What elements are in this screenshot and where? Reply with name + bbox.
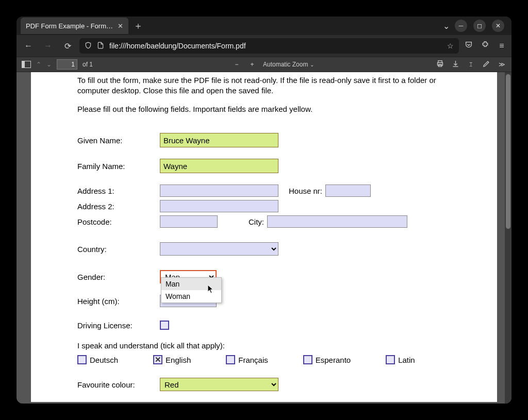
page-up-icon[interactable]: ⌃ <box>36 61 41 68</box>
lang-esperanto-checkbox[interactable] <box>303 355 312 364</box>
family-name-field[interactable] <box>160 159 278 173</box>
postcode-field[interactable] <box>160 215 218 228</box>
vertical-scrollbar[interactable] <box>505 72 512 404</box>
country-select[interactable] <box>160 242 278 256</box>
maximize-button[interactable]: ◻ <box>473 20 486 32</box>
scrollbar-thumb[interactable] <box>506 74 510 229</box>
address2-field[interactable] <box>160 200 278 212</box>
lang-latin-checkbox[interactable] <box>386 355 395 364</box>
back-button[interactable]: ← <box>21 38 36 54</box>
print-icon[interactable] <box>435 60 444 69</box>
toolbar-right-icons: ≡ <box>463 41 507 51</box>
house-nr-field[interactable] <box>325 184 371 197</box>
browser-tab[interactable]: PDF Form Example - Form.pd ✕ <box>21 18 128 34</box>
zoom-select-label: Automatic Zoom <box>263 61 308 68</box>
address1-field[interactable] <box>160 184 278 197</box>
languages-heading: I speak and understand (tick all that ap… <box>77 341 451 350</box>
sidebar-toggle-icon[interactable] <box>22 61 31 68</box>
close-tab-icon[interactable]: ✕ <box>118 22 123 30</box>
driving-license-checkbox[interactable] <box>160 321 169 330</box>
address2-label: Address 2: <box>77 202 160 211</box>
driving-license-label: Driving License: <box>77 321 160 330</box>
menu-icon[interactable]: ≡ <box>496 41 507 51</box>
languages-row: Deutsch ✕ English Français Esperanto Lat… <box>77 355 451 364</box>
chevron-down-icon: ⌄ <box>310 62 314 68</box>
shield-icon <box>85 42 92 51</box>
pocket-icon[interactable] <box>463 41 474 51</box>
lang-english-label: English <box>166 356 191 364</box>
cursor-icon <box>207 284 214 294</box>
pdf-page: To fill out the form, make sure the PDF … <box>31 72 497 402</box>
bookmark-star-icon[interactable]: ☆ <box>447 42 454 50</box>
lang-latin-label: Latin <box>398 356 415 364</box>
instruction-2: Please fill out the following fields. Im… <box>77 105 451 113</box>
reload-button[interactable]: ⟳ <box>60 38 75 54</box>
given-name-field[interactable] <box>160 133 278 147</box>
lang-francais-label: Français <box>238 356 268 364</box>
lang-esperanto-label: Esperanto <box>316 356 351 364</box>
close-window-button[interactable]: ✕ <box>492 20 504 32</box>
file-icon <box>97 42 104 51</box>
navigation-toolbar: ← → ⟳ file:///home/baeldung/Documents/Fo… <box>16 35 512 57</box>
given-name-label: Given Name: <box>77 136 160 145</box>
page-of-label: of 1 <box>82 61 93 68</box>
tab-bar: PDF Form Example - Form.pd ✕ ＋ ⌄ ─ ◻ ✕ <box>16 16 512 35</box>
favourite-colour-select[interactable]: Red <box>160 378 278 391</box>
postcode-label: Postcode: <box>77 217 160 226</box>
city-label: City: <box>249 217 264 226</box>
page-number-input[interactable] <box>57 59 77 70</box>
pdf-viewport: To fill out the form, make sure the PDF … <box>16 72 512 404</box>
gender-label: Gender: <box>77 273 160 281</box>
url-text: file:///home/baeldung/Documents/Form.pdf <box>109 42 246 50</box>
forward-button[interactable]: → <box>40 38 56 54</box>
download-icon[interactable] <box>451 60 460 69</box>
country-label: Country: <box>77 245 160 254</box>
zoom-in-button[interactable]: + <box>248 61 257 68</box>
address-bar[interactable]: file:///home/baeldung/Documents/Form.pdf… <box>79 38 459 54</box>
draw-tool-icon[interactable] <box>482 60 491 69</box>
browser-window: PDF Form Example - Form.pd ✕ ＋ ⌄ ─ ◻ ✕ ←… <box>16 16 512 404</box>
page-down-icon[interactable]: ⌄ <box>46 61 52 68</box>
window-controls: ─ ◻ ✕ <box>455 20 507 32</box>
city-field[interactable] <box>267 215 407 228</box>
house-nr-label: House nr: <box>289 187 322 195</box>
more-tabs-chevron-icon[interactable]: ⌄ <box>438 21 455 31</box>
lang-deutsch-checkbox[interactable] <box>77 355 87 364</box>
lang-english-checkbox[interactable]: ✕ <box>153 355 162 364</box>
zoom-select[interactable]: Automatic Zoom ⌄ <box>263 61 314 68</box>
lang-deutsch-label: Deutsch <box>90 356 118 364</box>
favourite-colour-label: Favourite colour: <box>77 380 160 389</box>
more-tools-icon[interactable]: ≫ <box>497 61 506 68</box>
instruction-1: To fill out the form, make sure the PDF … <box>77 72 451 95</box>
family-name-label: Family Name: <box>77 162 160 171</box>
zoom-out-button[interactable]: − <box>232 61 241 68</box>
text-tool-icon[interactable]: 𝙸 <box>466 61 475 68</box>
lang-francais-checkbox[interactable] <box>226 355 235 364</box>
extensions-icon[interactable] <box>480 41 491 51</box>
minimize-button[interactable]: ─ <box>455 20 467 32</box>
address1-label: Address 1: <box>77 187 160 195</box>
pdf-toolbar: ⌃ ⌄ of 1 − + Automatic Zoom ⌄ 𝙸 ≫ <box>16 57 512 72</box>
height-label: Height (cm): <box>77 297 160 306</box>
tab-title: PDF Form Example - Form.pd <box>26 22 113 30</box>
new-tab-button[interactable]: ＋ <box>128 20 148 32</box>
